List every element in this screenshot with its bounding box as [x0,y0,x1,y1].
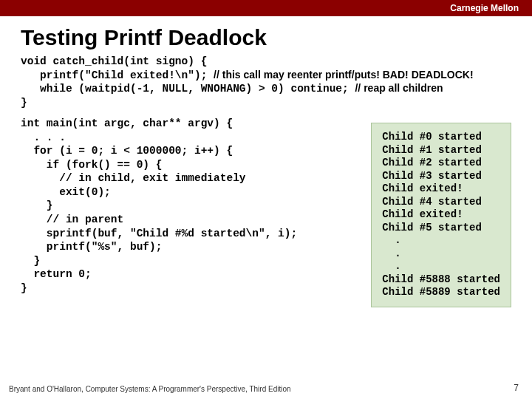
lower-row: int main(int argc, char** argv) { . . . … [0,109,532,307]
code-line: printf("Child exited!\n"); // this call … [21,69,511,83]
institution: Carnegie Mellon [450,3,519,13]
code-line: } [21,254,361,268]
code-comment: // reap all children [355,82,443,94]
footer-citation: Bryant and O'Hallaron, Computer Systems:… [9,385,291,393]
code-line: int main(int argc, char** argv) { [21,117,361,131]
page-number: 7 [514,383,519,393]
code-comment: // this call may reenter printf/puts! BA… [214,69,474,81]
code-line: // in child, exit immediately [21,171,361,185]
code-line: } [21,199,361,213]
code-line: exit(0); [21,185,361,200]
code-line: printf("%s", buf); [21,240,361,254]
code-line: sprintf(buf, "Child #%d started\n", i); [21,227,361,241]
code-line: . . . [21,131,361,145]
header-bar: Carnegie Mellon [0,0,532,16]
code-line: return 0; [21,267,361,282]
main-code: int main(int argc, char** argv) { . . . … [21,117,361,295]
code-line: } [21,96,511,110]
code-line: if (fork() == 0) { [21,158,361,172]
code-line: void catch_child(int signo) { [21,55,511,69]
output-box: Child #0 started Child #1 started Child … [371,123,511,307]
slide: Carnegie Mellon Testing Printf Deadlock … [0,0,532,399]
code-line: while (waitpid(-1, NULL, WNOHANG) > 0) c… [21,82,511,96]
slide-title: Testing Printf Deadlock [0,16,532,55]
handler-code: void catch_child(int signo) { printf("Ch… [0,55,532,109]
code-line: } [21,282,361,296]
code-line: for (i = 0; i < 1000000; i++) { [21,144,361,158]
code-line: // in parent [21,213,361,227]
